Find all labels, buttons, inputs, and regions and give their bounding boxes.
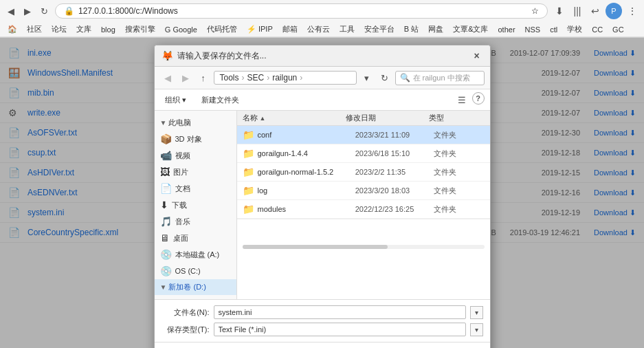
sidebar-item-docs[interactable]: 📄 文档 [155, 180, 236, 197]
bookmark-netdisk[interactable]: 网盘 [425, 23, 447, 35]
path-tools[interactable]: Tools [220, 73, 239, 83]
filename-dropdown-button[interactable]: ▾ [470, 306, 483, 319]
sidebar-expand-btn[interactable]: ▼ 此电脑 [155, 115, 236, 131]
address-text: 127.0.0.1:8000/c:/Windows [78, 6, 527, 16]
bookmark-ipip[interactable]: ⚡ IPIP [243, 24, 276, 34]
bookmark-nss[interactable]: NSS [522, 25, 544, 34]
sidebar-item-desktop[interactable]: 🖥 桌面 [155, 230, 236, 246]
dialog-body: ▼ 此电脑 📦 3D 对象 📹 视频 🖼 图片 [155, 111, 490, 299]
file-item-log[interactable]: 📁 log 2023/3/20 18:03 文件夹 [237, 182, 490, 200]
menu-icon[interactable]: ⋮ [625, 3, 640, 19]
forward-button[interactable]: ▶ [21, 4, 34, 18]
bookmark-wentan[interactable]: 文覃&文库 [449, 23, 491, 35]
user-avatar[interactable]: P [606, 3, 622, 19]
filetype-label: 保存类型(T): [162, 325, 210, 335]
dialog-footer: ▲ 隐藏文件夹 打开(O) 取消 [155, 342, 490, 348]
dialog-title: 请输入要保存的文件名... [177, 50, 467, 62]
path-railgun[interactable]: railgun [272, 73, 297, 83]
dialog-close-button[interactable]: × [471, 50, 483, 62]
bookmark-email[interactable]: 邮箱 [279, 23, 301, 35]
file-item-type: 文件夹 [434, 149, 484, 159]
nav-up-button[interactable]: ↑ [196, 70, 211, 85]
sidebar-item-label: 3D 对象 [175, 134, 202, 144]
expand-icon: ▼ [160, 283, 167, 291]
help-button[interactable]: ? [472, 92, 485, 105]
bookmark-cc[interactable]: CC [588, 25, 606, 34]
back-history-icon[interactable]: ↩ [588, 3, 603, 19]
bookmark-blog[interactable]: blog [98, 25, 119, 34]
path-sec[interactable]: SEC [247, 73, 265, 83]
save-dialog: 🦊 请输入要保存的文件名... × ◀ ▶ ↑ Tools › SEC › ra… [154, 45, 491, 348]
files-empty-space [237, 219, 490, 274]
pictures-icon: 🖼 [160, 166, 170, 177]
sidebar-item-label: 图片 [173, 167, 188, 177]
file-item-gorailgun-1[interactable]: 📁 gorailgun-1.4.4 2023/6/18 15:10 文件夹 [237, 144, 490, 163]
sidebar-item-3d[interactable]: 📦 3D 对象 [155, 131, 236, 147]
filename-input[interactable] [214, 305, 466, 319]
file-item-modules[interactable]: 📁 modules 2022/12/23 16:25 文件夹 [237, 200, 490, 219]
path-bar: Tools › SEC › railgun › [214, 71, 357, 85]
bookmark-icon[interactable]: ||| [570, 3, 585, 19]
sidebar-item-label: 音乐 [175, 217, 190, 227]
new-folder-button[interactable]: 新建文件夹 [197, 93, 244, 107]
back-button[interactable]: ◀ [4, 4, 18, 18]
sidebar-item-downloads[interactable]: ⬇ 下载 [155, 197, 236, 213]
docs-icon: 📄 [160, 183, 172, 194]
bookmark-gc[interactable]: GC [609, 25, 628, 34]
refresh-button[interactable]: ↻ [37, 4, 51, 18]
bookmark-shequn[interactable]: 社区 [23, 23, 45, 35]
organize-button[interactable]: 组织 ▾ [160, 93, 191, 107]
bookmark-bilibili[interactable]: B 站 [401, 23, 422, 35]
view-button[interactable]: ☰ [454, 92, 469, 107]
file-item-gorailgun-2[interactable]: 📁 gorailgun-normal-1.5.2 2023/2/2 11:35 … [237, 163, 490, 182]
bookmark-ctl[interactable]: ctl [546, 25, 561, 34]
bookmark-other[interactable]: other [494, 25, 518, 34]
bookmark-school[interactable]: 学校 [564, 23, 586, 35]
download-icon[interactable]: ⬇ [552, 3, 567, 19]
sidebar-item-drive-c[interactable]: 💿 OS (C:) [155, 263, 236, 279]
sidebar-item-label: OS (C:) [175, 267, 201, 275]
name-label: 名称 [243, 113, 258, 123]
bookmark-google[interactable]: G Google [162, 25, 201, 34]
file-item-conf[interactable]: 📁 conf 2023/3/21 11:09 文件夹 [237, 126, 490, 144]
sidebar-item-drive-a[interactable]: 💿 本地磁盘 (A:) [155, 246, 236, 263]
video-icon: 📹 [160, 150, 172, 161]
path-refresh-button[interactable]: ↻ [377, 70, 392, 85]
bookmark-home[interactable]: 🏠 [4, 24, 21, 34]
dialog-title-bar: 🦊 请输入要保存的文件名... × [155, 45, 490, 67]
bookmark-search[interactable]: 搜索引擎 [122, 23, 159, 35]
search-box[interactable]: 🔍 在 railgun 中搜索 [395, 71, 485, 85]
file-item-date: 2023/3/21 11:09 [355, 131, 431, 139]
folder-icon: 📁 [243, 166, 254, 177]
file-item-name: modules [258, 205, 352, 213]
dialog-toolbar: 组织 ▾ 新建文件夹 ☰ ? [155, 89, 490, 111]
filename-label: 文件名(N): [162, 307, 210, 318]
sidebar-item-pictures[interactable]: 🖼 图片 [155, 164, 236, 180]
file-item-name: gorailgun-normal-1.5.2 [258, 168, 352, 176]
bookmark-wenku[interactable]: 文库 [73, 23, 95, 35]
type-column-header[interactable]: 类型 [429, 113, 484, 123]
bookmark-security[interactable]: 安全平台 [361, 23, 398, 35]
date-column-header[interactable]: 修改日期 [346, 113, 429, 123]
star-icon: ☆ [531, 6, 539, 16]
browser-chrome: ◀ ▶ ↻ 🔒 127.0.0.1:8000/c:/Windows ☆ ⬇ ||… [0, 0, 644, 38]
sidebar-item-label: 新加卷 (D:) [168, 282, 206, 292]
browser-toolbar: ◀ ▶ ↻ 🔒 127.0.0.1:8000/c:/Windows ☆ ⬇ ||… [0, 0, 644, 22]
bookmark-code[interactable]: 代码托管 [203, 23, 241, 35]
filetype-input[interactable] [214, 323, 466, 336]
sidebar-item-video[interactable]: 📹 视频 [155, 147, 236, 164]
search-icon: 🔍 [400, 73, 410, 83]
bookmark-tools[interactable]: 工具 [336, 23, 358, 35]
address-bar[interactable]: 🔒 127.0.0.1:8000/c:/Windows ☆ [55, 3, 548, 19]
bookmark-cloud[interactable]: 公有云 [304, 23, 333, 35]
this-pc-label: 此电脑 [168, 118, 191, 128]
sidebar-item-drive-d[interactable]: ▼ 新加卷 (D:) [155, 279, 236, 295]
filetype-dropdown-button[interactable]: ▾ [470, 323, 483, 336]
nav-back-button[interactable]: ◀ [160, 70, 175, 85]
sidebar-item-music[interactable]: 🎵 音乐 [155, 213, 236, 230]
name-column-header[interactable]: 名称 ▲ [243, 113, 346, 123]
bookmark-luntan[interactable]: 论坛 [48, 23, 70, 35]
path-dropdown-button[interactable]: ▾ [359, 70, 375, 85]
nav-forward-button[interactable]: ▶ [178, 70, 193, 85]
file-item-type: 文件夹 [434, 130, 484, 140]
